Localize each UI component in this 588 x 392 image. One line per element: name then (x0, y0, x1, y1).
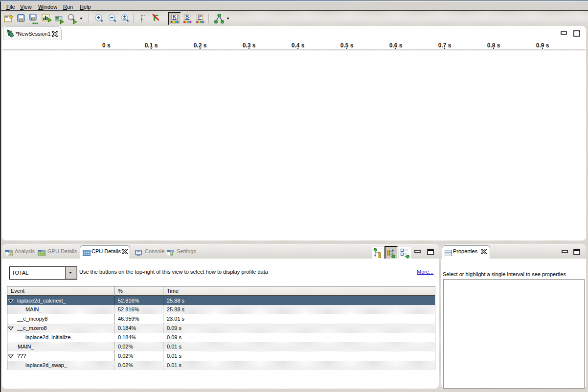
svg-text:S: S (185, 14, 189, 20)
svg-text:P: P (198, 14, 202, 20)
svg-text:K: K (173, 14, 177, 20)
